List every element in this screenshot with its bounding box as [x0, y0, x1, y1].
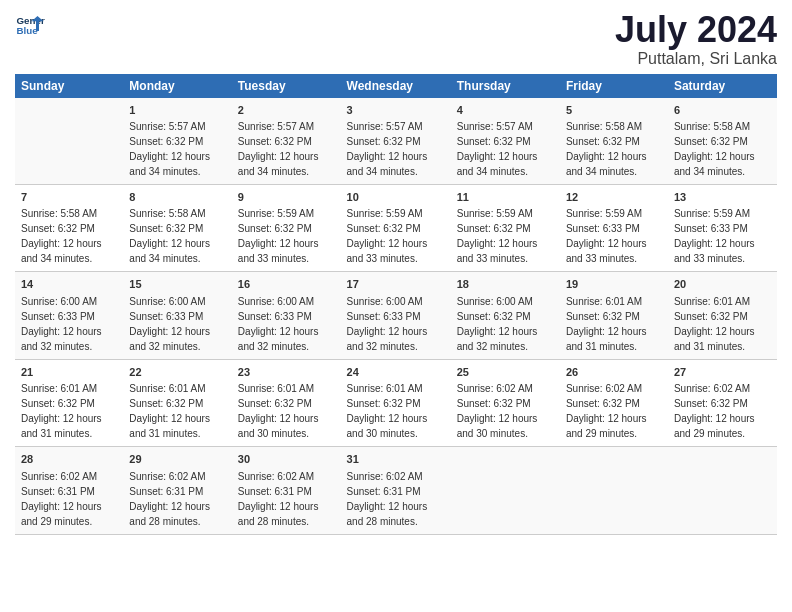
header-tuesday: Tuesday [232, 74, 341, 98]
day-info: Sunrise: 5:59 AMSunset: 6:32 PMDaylight:… [347, 208, 428, 264]
day-number: 18 [457, 277, 554, 292]
cell-w0-d3: 3Sunrise: 5:57 AMSunset: 6:32 PMDaylight… [341, 98, 451, 185]
day-number: 12 [566, 190, 662, 205]
cell-w3-d4: 25Sunrise: 6:02 AMSunset: 6:32 PMDayligh… [451, 359, 560, 446]
day-info: Sunrise: 6:02 AMSunset: 6:32 PMDaylight:… [674, 383, 755, 439]
day-number: 5 [566, 103, 662, 118]
cell-w1-d0: 7Sunrise: 5:58 AMSunset: 6:32 PMDaylight… [15, 184, 123, 271]
cell-w2-d0: 14Sunrise: 6:00 AMSunset: 6:33 PMDayligh… [15, 272, 123, 359]
day-info: Sunrise: 5:57 AMSunset: 6:32 PMDaylight:… [238, 121, 319, 177]
header-monday: Monday [123, 74, 232, 98]
day-number: 30 [238, 452, 335, 467]
cell-w3-d3: 24Sunrise: 6:01 AMSunset: 6:32 PMDayligh… [341, 359, 451, 446]
cell-w3-d2: 23Sunrise: 6:01 AMSunset: 6:32 PMDayligh… [232, 359, 341, 446]
cell-w4-d5 [560, 447, 668, 534]
day-number: 2 [238, 103, 335, 118]
day-info: Sunrise: 6:01 AMSunset: 6:32 PMDaylight:… [674, 296, 755, 352]
day-number: 16 [238, 277, 335, 292]
weekday-header-row: Sunday Monday Tuesday Wednesday Thursday… [15, 74, 777, 98]
day-info: Sunrise: 5:57 AMSunset: 6:32 PMDaylight:… [129, 121, 210, 177]
cell-w4-d0: 28Sunrise: 6:02 AMSunset: 6:31 PMDayligh… [15, 447, 123, 534]
cell-w3-d1: 22Sunrise: 6:01 AMSunset: 6:32 PMDayligh… [123, 359, 232, 446]
day-number: 6 [674, 103, 771, 118]
cell-w4-d2: 30Sunrise: 6:02 AMSunset: 6:31 PMDayligh… [232, 447, 341, 534]
header: General Blue July 2024 Puttalam, Sri Lan… [15, 10, 777, 68]
title-block: July 2024 Puttalam, Sri Lanka [615, 10, 777, 68]
day-info: Sunrise: 5:57 AMSunset: 6:32 PMDaylight:… [347, 121, 428, 177]
day-info: Sunrise: 6:01 AMSunset: 6:32 PMDaylight:… [238, 383, 319, 439]
day-info: Sunrise: 5:58 AMSunset: 6:32 PMDaylight:… [21, 208, 102, 264]
cell-w0-d5: 5Sunrise: 5:58 AMSunset: 6:32 PMDaylight… [560, 98, 668, 185]
cell-w0-d2: 2Sunrise: 5:57 AMSunset: 6:32 PMDaylight… [232, 98, 341, 185]
day-number: 26 [566, 365, 662, 380]
subtitle: Puttalam, Sri Lanka [615, 50, 777, 68]
day-info: Sunrise: 5:59 AMSunset: 6:32 PMDaylight:… [238, 208, 319, 264]
week-row-4: 28Sunrise: 6:02 AMSunset: 6:31 PMDayligh… [15, 447, 777, 534]
day-number: 20 [674, 277, 771, 292]
week-row-1: 7Sunrise: 5:58 AMSunset: 6:32 PMDaylight… [15, 184, 777, 271]
day-info: Sunrise: 6:01 AMSunset: 6:32 PMDaylight:… [21, 383, 102, 439]
cell-w1-d3: 10Sunrise: 5:59 AMSunset: 6:32 PMDayligh… [341, 184, 451, 271]
header-friday: Friday [560, 74, 668, 98]
day-number: 19 [566, 277, 662, 292]
cell-w2-d3: 17Sunrise: 6:00 AMSunset: 6:33 PMDayligh… [341, 272, 451, 359]
cell-w1-d5: 12Sunrise: 5:59 AMSunset: 6:33 PMDayligh… [560, 184, 668, 271]
day-number: 1 [129, 103, 226, 118]
day-info: Sunrise: 5:57 AMSunset: 6:32 PMDaylight:… [457, 121, 538, 177]
cell-w4-d6 [668, 447, 777, 534]
day-number: 11 [457, 190, 554, 205]
cell-w3-d6: 27Sunrise: 6:02 AMSunset: 6:32 PMDayligh… [668, 359, 777, 446]
day-number: 10 [347, 190, 445, 205]
cell-w3-d5: 26Sunrise: 6:02 AMSunset: 6:32 PMDayligh… [560, 359, 668, 446]
day-info: Sunrise: 6:02 AMSunset: 6:31 PMDaylight:… [238, 471, 319, 527]
day-info: Sunrise: 6:00 AMSunset: 6:33 PMDaylight:… [129, 296, 210, 352]
cell-w0-d1: 1Sunrise: 5:57 AMSunset: 6:32 PMDaylight… [123, 98, 232, 185]
cell-w0-d4: 4Sunrise: 5:57 AMSunset: 6:32 PMDaylight… [451, 98, 560, 185]
cell-w0-d0 [15, 98, 123, 185]
day-number: 25 [457, 365, 554, 380]
cell-w2-d4: 18Sunrise: 6:00 AMSunset: 6:32 PMDayligh… [451, 272, 560, 359]
cell-w4-d3: 31Sunrise: 6:02 AMSunset: 6:31 PMDayligh… [341, 447, 451, 534]
day-number: 21 [21, 365, 117, 380]
week-row-3: 21Sunrise: 6:01 AMSunset: 6:32 PMDayligh… [15, 359, 777, 446]
cell-w1-d6: 13Sunrise: 5:59 AMSunset: 6:33 PMDayligh… [668, 184, 777, 271]
day-number: 29 [129, 452, 226, 467]
day-number: 28 [21, 452, 117, 467]
day-info: Sunrise: 6:02 AMSunset: 6:31 PMDaylight:… [21, 471, 102, 527]
day-number: 17 [347, 277, 445, 292]
day-info: Sunrise: 6:01 AMSunset: 6:32 PMDaylight:… [566, 296, 647, 352]
cell-w2-d5: 19Sunrise: 6:01 AMSunset: 6:32 PMDayligh… [560, 272, 668, 359]
day-info: Sunrise: 6:02 AMSunset: 6:32 PMDaylight:… [566, 383, 647, 439]
cell-w2-d1: 15Sunrise: 6:00 AMSunset: 6:33 PMDayligh… [123, 272, 232, 359]
cell-w1-d4: 11Sunrise: 5:59 AMSunset: 6:32 PMDayligh… [451, 184, 560, 271]
day-info: Sunrise: 5:58 AMSunset: 6:32 PMDaylight:… [129, 208, 210, 264]
cell-w3-d0: 21Sunrise: 6:01 AMSunset: 6:32 PMDayligh… [15, 359, 123, 446]
day-info: Sunrise: 6:00 AMSunset: 6:33 PMDaylight:… [347, 296, 428, 352]
day-number: 24 [347, 365, 445, 380]
day-info: Sunrise: 5:59 AMSunset: 6:32 PMDaylight:… [457, 208, 538, 264]
svg-text:Blue: Blue [17, 25, 39, 36]
calendar-table: Sunday Monday Tuesday Wednesday Thursday… [15, 74, 777, 535]
day-info: Sunrise: 6:00 AMSunset: 6:33 PMDaylight:… [21, 296, 102, 352]
cell-w0-d6: 6Sunrise: 5:58 AMSunset: 6:32 PMDaylight… [668, 98, 777, 185]
day-info: Sunrise: 6:02 AMSunset: 6:31 PMDaylight:… [347, 471, 428, 527]
cell-w4-d4 [451, 447, 560, 534]
header-wednesday: Wednesday [341, 74, 451, 98]
logo: General Blue [15, 10, 45, 40]
day-info: Sunrise: 6:02 AMSunset: 6:32 PMDaylight:… [457, 383, 538, 439]
day-number: 27 [674, 365, 771, 380]
logo-icon: General Blue [15, 10, 45, 40]
day-info: Sunrise: 5:58 AMSunset: 6:32 PMDaylight:… [566, 121, 647, 177]
day-number: 13 [674, 190, 771, 205]
week-row-0: 1Sunrise: 5:57 AMSunset: 6:32 PMDaylight… [15, 98, 777, 185]
day-number: 4 [457, 103, 554, 118]
day-number: 9 [238, 190, 335, 205]
cell-w4-d1: 29Sunrise: 6:02 AMSunset: 6:31 PMDayligh… [123, 447, 232, 534]
day-number: 15 [129, 277, 226, 292]
day-number: 31 [347, 452, 445, 467]
cell-w2-d2: 16Sunrise: 6:00 AMSunset: 6:33 PMDayligh… [232, 272, 341, 359]
cell-w1-d1: 8Sunrise: 5:58 AMSunset: 6:32 PMDaylight… [123, 184, 232, 271]
cell-w1-d2: 9Sunrise: 5:59 AMSunset: 6:32 PMDaylight… [232, 184, 341, 271]
day-number: 8 [129, 190, 226, 205]
day-number: 22 [129, 365, 226, 380]
